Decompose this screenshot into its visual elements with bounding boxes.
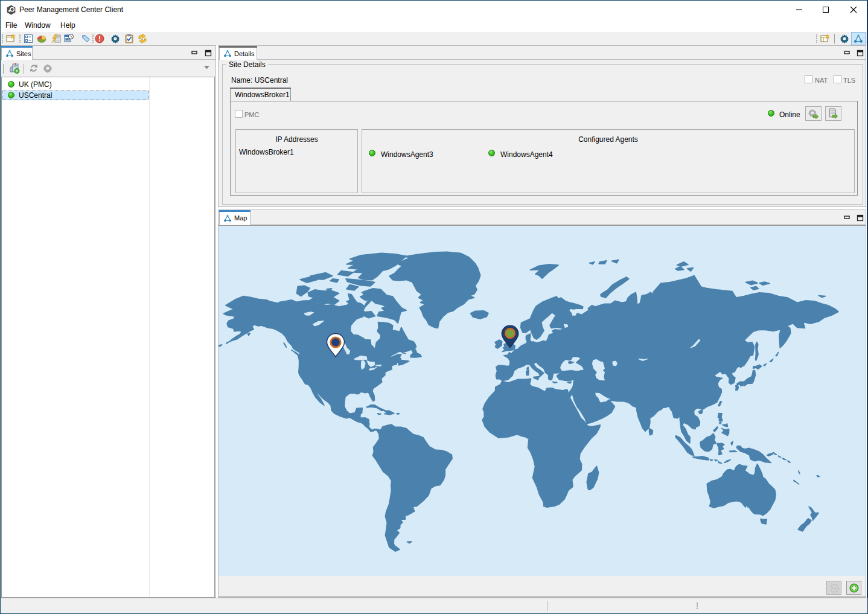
svg-text:12: 12: [66, 38, 69, 41]
